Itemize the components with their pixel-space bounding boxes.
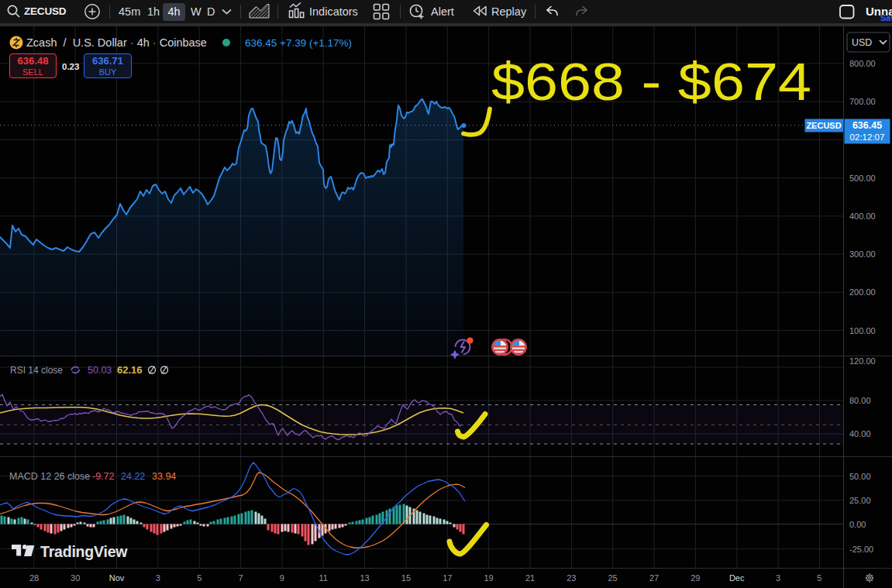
svg-text:Dec: Dec bbox=[729, 573, 745, 583]
svg-text:21: 21 bbox=[525, 573, 535, 583]
svg-text:28: 28 bbox=[29, 573, 39, 583]
svg-text:500.00: 500.00 bbox=[849, 174, 876, 183]
svg-text:3: 3 bbox=[156, 573, 160, 583]
svg-text:50.03: 50.03 bbox=[88, 365, 112, 376]
svg-text:-25.00: -25.00 bbox=[849, 545, 873, 554]
svg-text:300.00: 300.00 bbox=[849, 249, 876, 259]
svg-text:27: 27 bbox=[649, 573, 659, 583]
svg-text:3: 3 bbox=[776, 573, 780, 583]
svg-text:15: 15 bbox=[401, 573, 411, 583]
svg-text:11: 11 bbox=[319, 573, 327, 583]
svg-text:25: 25 bbox=[608, 573, 617, 583]
svg-text:19: 19 bbox=[484, 573, 493, 583]
svg-text:636.45: 636.45 bbox=[852, 120, 882, 131]
svg-text:50.00: 50.00 bbox=[849, 472, 871, 481]
svg-text:24.22: 24.22 bbox=[121, 471, 145, 482]
svg-text:80.00: 80.00 bbox=[849, 396, 871, 405]
svg-text:400.00: 400.00 bbox=[849, 211, 876, 221]
svg-text:800.00: 800.00 bbox=[849, 59, 876, 68]
svg-text:25.00: 25.00 bbox=[849, 496, 871, 505]
svg-text:02:12:07: 02:12:07 bbox=[850, 132, 885, 142]
svg-text:700.00: 700.00 bbox=[849, 97, 876, 106]
svg-text:200.00: 200.00 bbox=[849, 287, 876, 297]
svg-text:TradingView: TradingView bbox=[40, 543, 128, 560]
svg-text:40.00: 40.00 bbox=[849, 429, 871, 438]
svg-text:-9.72: -9.72 bbox=[92, 471, 115, 482]
svg-text:33.94: 33.94 bbox=[152, 471, 176, 482]
svg-text:13: 13 bbox=[360, 573, 369, 583]
svg-text:9: 9 bbox=[280, 573, 284, 583]
svg-text:ZECUSD: ZECUSD bbox=[806, 121, 841, 130]
svg-text:29: 29 bbox=[691, 573, 700, 583]
svg-text:Nov: Nov bbox=[109, 573, 125, 583]
svg-text:RSI 14 close: RSI 14 close bbox=[10, 365, 63, 376]
svg-text:5: 5 bbox=[197, 573, 201, 583]
svg-text:0.00: 0.00 bbox=[849, 520, 866, 529]
svg-text:5: 5 bbox=[817, 573, 821, 583]
svg-text:7: 7 bbox=[238, 573, 243, 583]
svg-text:USD: USD bbox=[852, 37, 872, 48]
svg-text:62.16: 62.16 bbox=[117, 364, 143, 376]
svg-text:MACD 12 26 close: MACD 12 26 close bbox=[9, 471, 90, 482]
svg-text:17: 17 bbox=[443, 573, 452, 583]
svg-text:30: 30 bbox=[71, 573, 80, 583]
svg-text:100.00: 100.00 bbox=[849, 326, 876, 335]
svg-text:120.00: 120.00 bbox=[849, 356, 876, 366]
svg-text:23: 23 bbox=[567, 573, 576, 583]
svg-text:$668 - $674: $668 - $674 bbox=[491, 52, 811, 111]
